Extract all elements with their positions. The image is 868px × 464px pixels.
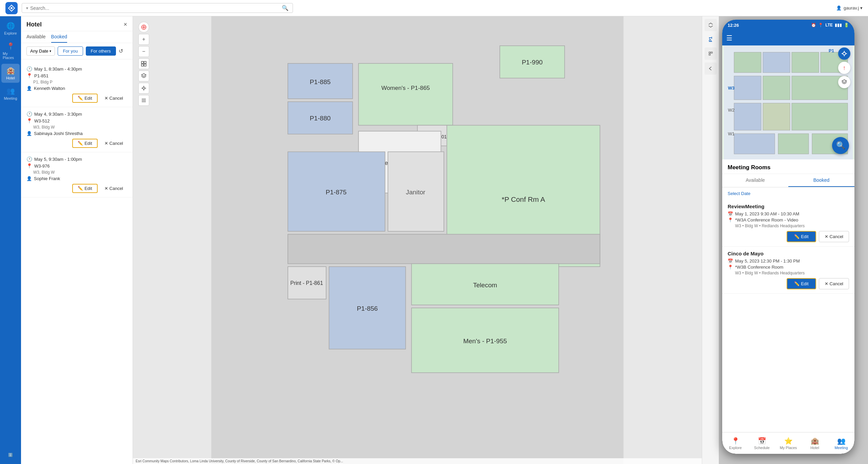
location-button[interactable] [138, 83, 149, 94]
location-icon-2: 📍 [26, 118, 32, 123]
nav-bottom: ℹ️ [1, 450, 20, 460]
svg-text:W2: W2 [728, 108, 735, 113]
user-menu[interactable]: 👤 gaurav.j ▾ [836, 5, 863, 11]
svg-rect-49 [734, 103, 761, 130]
phone-booking-actions-1: ✏️ Edit ✕ Cancel [728, 231, 849, 242]
svg-rect-53 [778, 134, 809, 154]
phone-booking-date-2: 📅 May 5, 2023 12:30 PM - 1:30 PM [728, 258, 849, 264]
list-button[interactable] [138, 95, 149, 106]
nav-label-meeting: Meeting [4, 96, 17, 100]
nav-info[interactable]: ℹ️ [1, 450, 20, 460]
phone-nav-hotel[interactable]: 🏨 Hotel [802, 432, 828, 454]
booking-item-2: 🕐 May 4, 9:30am - 3:30pm 📍 W3-512 W3, Bl… [21, 107, 133, 152]
search-input[interactable] [30, 5, 280, 11]
meeting-icon: 👥 [6, 87, 15, 95]
phone-tab-available[interactable]: Available [722, 174, 788, 187]
nav-item-meeting[interactable]: 👥 Meeting [1, 84, 20, 103]
compass-button[interactable]: ⊕ [138, 22, 149, 33]
booking-building-2: W3, Bldg W [33, 125, 127, 130]
phone-panel-title: Meeting Rooms [722, 159, 854, 174]
search-bar[interactable]: ▾ 🔍 [22, 3, 293, 13]
svg-rect-2 [144, 61, 146, 63]
booking-person-2: 👤 Sabinaya Joshi Shrestha [26, 131, 127, 136]
phone-cancel-button-2[interactable]: ✕ Cancel [819, 278, 849, 289]
phone-nav-schedule[interactable]: 📅 Schedule [749, 432, 775, 454]
hotel-icon: 🏨 [6, 66, 15, 75]
phone-booking-actions-2: ✏️ Edit ✕ Cancel [728, 278, 849, 289]
phone-map-topbar: ☰ [722, 31, 854, 45]
phone-hamburger-icon[interactable]: ☰ [726, 34, 732, 42]
hotel-tab-booked[interactable]: Booked [51, 34, 67, 43]
phone-nav-meeting[interactable]: 👥 Meeting [828, 432, 854, 454]
phone-calendar-icon-2: 📅 [728, 258, 733, 264]
phone-location-button[interactable] [838, 47, 850, 60]
zoom-in-button[interactable]: + [138, 34, 149, 45]
svg-text:Telecom: Telecom [473, 282, 497, 289]
phone-layers-button[interactable] [838, 76, 850, 88]
phone-booking-building-1: W3 • Bldg W • Redlands Headquarters [735, 224, 849, 228]
phone-calendar-icon-1: 📅 [728, 211, 733, 216]
svg-text:Men's - P1-955: Men's - P1-955 [463, 337, 507, 345]
booking-edit-button-3[interactable]: ✏️ Edit [72, 184, 97, 193]
nav-item-explore[interactable]: 🌐 Explore [1, 19, 20, 38]
date-filter-button[interactable]: Any Date ▾ [26, 46, 55, 56]
booking-cancel-button-1[interactable]: ✕ Cancel [100, 94, 127, 103]
clock-icon-1: 🕐 [26, 66, 32, 72]
phone-compass-button[interactable]: ↑ [838, 62, 850, 74]
booking-time-1: 🕐 May 1, 8:30am - 4:30pm [26, 66, 127, 72]
phone-pin-icon-2: 📍 [728, 265, 733, 270]
resize-button[interactable] [705, 47, 717, 60]
svg-rect-18 [358, 63, 453, 125]
location-icon-3: 📍 [26, 163, 32, 169]
phone-cancel-icon-2: ✕ [825, 281, 828, 286]
phone-edit-button-2[interactable]: ✏️ Edit [787, 278, 816, 289]
cancel-x-icon-2: ✕ [104, 141, 108, 146]
phone-cancel-button-1[interactable]: ✕ Cancel [819, 231, 849, 242]
grid-button[interactable] [138, 58, 149, 69]
svg-rect-3 [141, 64, 143, 66]
booking-building-1: P1, Bldg P [33, 80, 127, 84]
edit-pencil-icon-2: ✏️ [78, 141, 83, 146]
booking-time-2: 🕐 May 4, 9:30am - 3:30pm [26, 111, 127, 117]
phone-tab-booked[interactable]: Booked [788, 174, 854, 187]
phone-booking-date-1: 📅 May 1, 2023 9:30 AM - 10:30 AM [728, 211, 849, 216]
svg-point-5 [143, 87, 145, 89]
svg-text:P1-856: P1-856 [357, 305, 378, 312]
phone-nav-explore[interactable]: 📍 Explore [722, 432, 749, 454]
info-icon: ℹ️ [8, 453, 13, 457]
nav-item-hotel[interactable]: 🏨 Hotel [1, 64, 20, 83]
refresh-button[interactable]: ↺ [119, 48, 123, 54]
booking-edit-button-2[interactable]: ✏️ Edit [72, 139, 97, 148]
svg-rect-43 [763, 52, 790, 73]
clock-icon-3: 🕐 [26, 156, 32, 162]
hotel-tab-available[interactable]: Available [26, 34, 46, 43]
svg-text:P1-885: P1-885 [310, 78, 331, 85]
expand-button[interactable] [705, 19, 717, 31]
phone-nav-myplaces[interactable]: ⭐ My Places [775, 432, 802, 454]
phone-battery-icon: 🔋 [844, 23, 849, 27]
myplaces-icon: 📍 [6, 42, 15, 50]
booking-item-1: 🕐 May 1, 8:30am - 4:30pm 📍 P1-851 P1, Bl… [21, 62, 133, 107]
svg-text:Janitor: Janitor [406, 189, 426, 196]
zoom-out-button[interactable]: − [138, 46, 149, 57]
phone-booking-building-2: W3 • Bldg W • Redlands Headquarters [735, 271, 849, 275]
booking-cancel-button-3[interactable]: ✕ Cancel [100, 184, 127, 193]
for-you-button[interactable]: For you [58, 46, 83, 56]
nav-item-myplaces[interactable]: 📍 My Places [1, 39, 20, 62]
phone-select-date[interactable]: Select Date [722, 188, 854, 199]
hotel-close-button[interactable]: × [123, 21, 127, 28]
collapse-button[interactable] [705, 62, 717, 75]
phone-edit-button-1[interactable]: ✏️ Edit [787, 231, 816, 242]
for-others-button[interactable]: For others [86, 46, 116, 56]
layers-button[interactable] [138, 71, 149, 81]
svg-point-58 [843, 52, 846, 55]
phone-map: ☰ [722, 31, 854, 159]
booking-cancel-button-2[interactable]: ✕ Cancel [100, 139, 127, 148]
phone-booking-title-1: ReviewMeeting [728, 204, 849, 209]
phone-pin-icon-1: 📍 [728, 217, 733, 223]
booking-edit-button-1[interactable]: ✏️ Edit [72, 94, 97, 103]
phone-search-fab[interactable]: 🔍 [832, 137, 849, 154]
main-content: 🌐 Explore 📍 My Places 🏨 Hotel 👥 Meeting … [0, 16, 868, 464]
phone-explore-icon: 📍 [731, 437, 740, 445]
svg-text:*P Conf Rm A: *P Conf Rm A [502, 195, 545, 203]
